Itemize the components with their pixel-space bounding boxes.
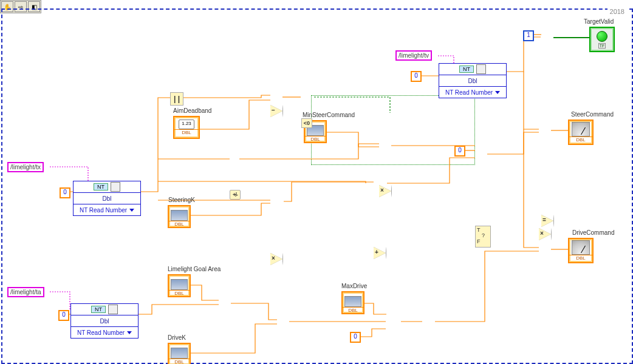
numeric-box: 1.23 [179,120,194,129]
dbl-label: Dbl [468,78,477,84]
nt-tag: NT [459,66,474,73]
slider-icon [171,348,188,359]
dbl-label: DBL [169,359,190,364]
string-limelight-ta: /limelight/ta [7,287,44,297]
link-icon [111,182,120,192]
tf-label: TF [598,43,606,49]
control-steeringk[interactable]: DBL [168,205,191,228]
indicator-drivecommand: DBL [568,238,594,263]
string-limelight-tx: /limelight/tx [7,162,44,172]
nt-read-number-tx[interactable]: NT Dbl NT Read Number [73,181,141,216]
label-minsteercommand: MinSteerCommand [303,112,355,118]
dbl-label: DBL [569,255,592,261]
op-subtract: − [270,105,283,117]
label-maxdrive: MaxDrive [341,283,367,289]
led-icon [597,31,607,42]
nt-read-number-ta[interactable]: NT Dbl NT Read Number [70,303,139,339]
label-steercommand: SteerCommand [571,111,614,118]
control-aimdeadband[interactable]: 1.23 DBL [173,116,200,139]
const-zero-ta: 0 [58,310,69,321]
label-steeringk: SteeringK [168,197,195,203]
const-zero-tv: 0 [411,71,422,82]
op-multiply-steeringk: × [270,253,283,265]
op-abs: | | [170,92,183,106]
indicator-targetvalid: TF [589,27,615,52]
dbl-label: DBL [169,290,190,296]
const-zero-select-drive: 0 [350,332,361,343]
dbl-label: DBL [174,129,199,135]
op-select-steer: T F ? [475,226,491,248]
dbl-label: DBL [569,136,592,143]
label-limelightgoalarea: Limelight Goal Area [168,266,221,272]
control-maxdrive[interactable]: DBL [341,291,364,314]
case-structure [311,95,475,165]
label-drivecommand: DriveCommand [572,229,614,236]
slider-icon [171,210,188,221]
link-icon [476,64,486,74]
string-limelight-tv: /limelight/tv [395,50,432,61]
op-multiply-minsteer: × [379,185,392,197]
dbl-label: DBL [305,136,326,142]
gauge-icon [572,240,590,255]
dbl-label: Dbl [102,195,111,202]
slider-icon [344,296,361,307]
op-equal: = [541,215,554,227]
op-multiply-steerout: × [539,228,552,240]
const-zero-tx: 0 [60,187,70,198]
const-zero-select-steer: 0 [454,146,465,157]
op-add: + [374,247,386,259]
chevron-down-icon [129,209,134,212]
slider-icon [171,279,188,290]
gauge-icon [572,122,590,136]
chevron-down-icon [127,331,132,334]
op-sign: +/- [230,190,241,200]
op-less-than-zero: <0 [301,118,312,128]
dbl-label: Dbl [100,318,109,325]
frame-year: 2018 [607,8,627,15]
control-limelightgoalarea[interactable]: DBL [168,274,191,297]
nt-title[interactable]: NT Read Number [74,204,140,215]
indicator-steercommand: DBL [568,120,594,145]
dbl-label: DBL [169,221,190,227]
nt-tag: NT [91,306,106,313]
nt-title[interactable]: NT Read Number [71,327,138,338]
dbl-label: DBL [343,307,363,313]
label-drivek: DriveK [168,334,186,341]
label-aimdeadband: AimDeadband [173,107,211,114]
chevron-down-icon [495,91,500,94]
control-drivek[interactable]: DBL [168,343,191,364]
label-targetvalid: TargetValid [584,18,614,25]
const-one: 1 [523,30,534,41]
nt-tag: NT [94,183,108,190]
nt-title[interactable]: NT Read Number [439,87,506,98]
nt-read-number-tv[interactable]: NT Dbl NT Read Number [439,63,507,98]
link-icon [108,305,118,314]
